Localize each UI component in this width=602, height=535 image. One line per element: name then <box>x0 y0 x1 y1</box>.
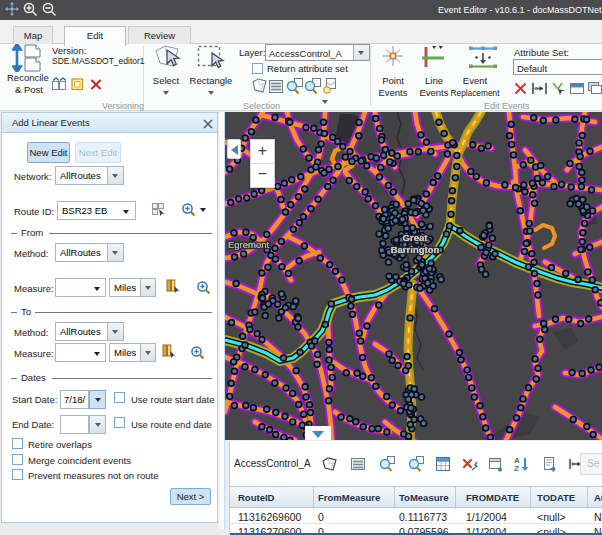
svg-text:Great: Great <box>403 232 429 243</box>
svg-text:Barrington: Barrington <box>391 244 440 255</box>
svg-text:Egremont: Egremont <box>228 239 270 250</box>
svg-text:Z: Z <box>514 464 519 472</box>
